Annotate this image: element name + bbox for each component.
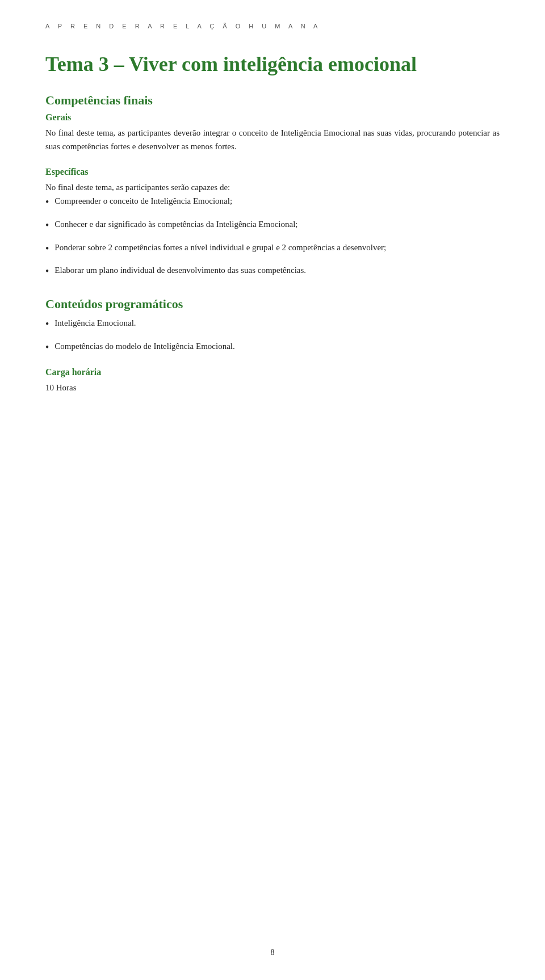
main-title: Tema 3 – Viver com inteligência emociona… [45,52,500,76]
conteudos-block: Conteúdos programáticos Inteligência Emo… [45,297,500,356]
gerais-label: Gerais [45,112,500,123]
page-header: A P R E N D E R A R E L A Ç Ã O H U M A … [45,23,500,30]
page-number: 8 [271,948,275,957]
list-item: Elaborar um plano individual de desenvol… [45,263,500,280]
list-item: Inteligência Emocional. [45,316,500,333]
list-item: Competências do modelo de Inteligência E… [45,339,500,356]
carga-block: Carga horária 10 Horas [45,367,500,394]
list-item: Ponderar sobre 2 competências fortes a n… [45,241,500,257]
competencias-finais-title: Competências finais [45,93,500,108]
carga-label: Carga horária [45,367,500,377]
carga-value: 10 Horas [45,381,500,394]
gerais-block: Gerais No final deste tema, as participa… [45,112,500,153]
especificas-block: Específicas No final deste tema, as part… [45,167,500,280]
especificas-intro: No final deste tema, as participantes se… [45,180,500,194]
conteudos-list: Inteligência Emocional.Competências do m… [45,316,500,356]
especificas-list: Compreender o conceito de Inteligência E… [45,194,500,280]
list-item: Conhecer e dar significado às competênci… [45,217,500,234]
list-item: Compreender o conceito de Inteligência E… [45,194,500,211]
gerais-text: No final deste tema, as participantes de… [45,126,500,153]
conteudos-title: Conteúdos programáticos [45,297,500,312]
especificas-label: Específicas [45,167,500,177]
competencias-finais-section: Competências finais Gerais No final dest… [45,93,500,280]
